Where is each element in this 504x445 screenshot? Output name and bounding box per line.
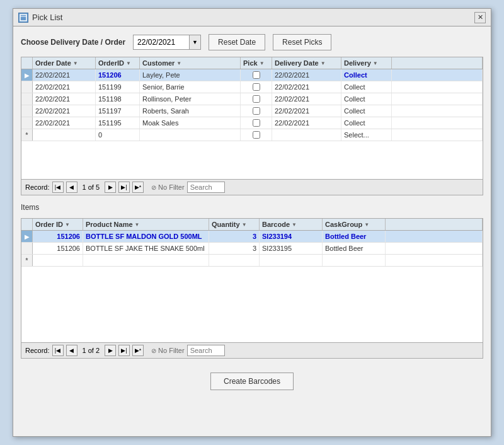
table-row[interactable]: 22/02/2021 151198 Rollinson, Peter 22/02… — [21, 93, 483, 105]
delivery-cell: Collect — [341, 117, 392, 129]
pick-sort-icon: ▼ — [260, 61, 265, 66]
nav-info: 1 of 5 — [83, 183, 100, 191]
pick-checkbox[interactable] — [253, 107, 260, 115]
row-indicator-header — [21, 57, 33, 69]
toolbar: Choose Delivery Date / Order ▼ Reset Dat… — [21, 34, 483, 50]
orders-table-header: Order Date ▼ OrderID ▼ Customer ▼ Pick ▼… — [21, 57, 483, 69]
title-bar-left: Pick List — [18, 13, 62, 23]
create-barcodes-button[interactable]: Create Barcodes — [210, 373, 294, 390]
items-nav-prev-btn[interactable]: ◀ — [66, 345, 77, 356]
items-product-name-header: Product Name ▼ — [83, 219, 209, 230]
items-row-indicator — [21, 243, 33, 254]
items-caskgroup-header: CaskGroup ▼ — [323, 219, 386, 230]
new-customer-cell — [140, 129, 241, 141]
pick-cell[interactable] — [241, 93, 272, 105]
items-quantity-cell: 3 — [209, 231, 260, 242]
items-search-input[interactable] — [187, 345, 225, 356]
new-pick-checkbox[interactable] — [253, 131, 260, 139]
date-picker[interactable]: ▼ — [133, 35, 201, 50]
list-item[interactable]: ▶ 151206 BOTTLE SF MALDON GOLD 500ML 3 S… — [21, 231, 483, 243]
record-label: Record: — [25, 183, 50, 191]
pick-checkbox[interactable] — [253, 83, 260, 91]
pick-cell[interactable] — [241, 81, 272, 93]
pick-checkbox[interactable] — [253, 95, 260, 103]
items-no-filter-indicator: ⊘ No Filter — [151, 347, 185, 354]
reset-picks-button[interactable]: Reset Picks — [273, 34, 331, 50]
pick-cell[interactable] — [241, 69, 272, 81]
delivery-date-cell: 22/02/2021 — [272, 117, 341, 129]
items-table-header: Order ID ▼ Product Name ▼ Quantity ▼ Bar… — [21, 219, 483, 231]
row-indicator — [21, 105, 33, 117]
customer-header: Customer ▼ — [140, 57, 241, 69]
items-nav-new-btn[interactable]: ▶* — [132, 345, 144, 356]
delivery-cell: Collect — [341, 105, 392, 117]
date-input[interactable] — [133, 35, 190, 50]
pick-checkbox[interactable] — [253, 71, 260, 79]
delivery-date-header: Delivery Date ▼ — [272, 57, 341, 69]
nav-next-btn[interactable]: ▶ — [105, 182, 116, 193]
extra-cell — [392, 69, 483, 81]
orders-extra-header — [392, 57, 483, 69]
pick-cell[interactable] — [241, 117, 272, 129]
table-row[interactable]: ▶ 22/02/2021 151206 Layley, Pete 22/02/2… — [21, 69, 483, 81]
order-date-cell: 22/02/2021 — [33, 93, 96, 105]
table-row[interactable]: 22/02/2021 151199 Senior, Barrie 22/02/2… — [21, 81, 483, 93]
new-row[interactable]: * 0 Select... — [21, 129, 483, 141]
order-id-cell: 151198 — [96, 93, 140, 105]
items-extra-cell — [386, 243, 483, 254]
items-extra-header — [386, 219, 483, 230]
items-nav-last-btn[interactable]: ▶| — [118, 345, 130, 356]
items-quantity-sort-icon: ▼ — [242, 222, 247, 228]
extra-cell — [392, 117, 483, 129]
new-item-indicator: * — [21, 255, 33, 266]
items-product-name-sort-icon: ▼ — [135, 222, 140, 228]
orders-table-body: ▶ 22/02/2021 151206 Layley, Pete 22/02/2… — [21, 69, 483, 179]
new-extra-cell — [392, 129, 483, 141]
pick-checkbox[interactable] — [253, 119, 260, 127]
order-id-cell: 151195 — [96, 117, 140, 129]
delivery-date-cell: 22/02/2021 — [272, 69, 341, 81]
items-nav-first-btn[interactable]: |◀ — [52, 345, 64, 356]
table-row[interactable]: 22/02/2021 151195 Moak Sales 22/02/2021 … — [21, 117, 483, 129]
items-quantity-cell: 3 — [209, 243, 260, 254]
nav-new-btn[interactable]: ▶* — [132, 182, 144, 193]
nav-first-btn[interactable]: |◀ — [52, 182, 64, 193]
delivery-sort-icon: ▼ — [373, 61, 378, 66]
list-item[interactable]: 151206 BOTTLE SF JAKE THE SNAKE 500ml 3 … — [21, 243, 483, 255]
order-id-cell: 151197 — [96, 105, 140, 117]
window-icon — [18, 13, 28, 23]
items-row-indicator-header — [21, 219, 33, 230]
close-button[interactable]: ✕ — [474, 12, 486, 23]
pick-header: Pick ▼ — [241, 57, 272, 69]
orders-nav-bar: Record: |◀ ◀ 1 of 5 ▶ ▶| ▶* ⊘ No Filter — [21, 179, 483, 195]
nav-prev-btn[interactable]: ◀ — [66, 182, 77, 193]
table-row[interactable]: 22/02/2021 151197 Roberts, Sarah 22/02/2… — [21, 105, 483, 117]
new-pick-cell[interactable] — [241, 129, 272, 141]
orders-empty-space — [21, 141, 483, 179]
delivery-date-cell: 22/02/2021 — [272, 93, 341, 105]
order-id-sort-icon: ▼ — [126, 61, 131, 66]
row-indicator — [21, 93, 33, 105]
items-table-body: ▶ 151206 BOTTLE SF MALDON GOLD 500ML 3 S… — [21, 231, 483, 342]
pick-cell[interactable] — [241, 105, 272, 117]
items-order-id-header: Order ID ▼ — [33, 219, 83, 230]
order-date-header: Order Date ▼ — [33, 57, 96, 69]
items-product-name-cell: BOTTLE SF JAKE THE SNAKE 500ml — [83, 243, 209, 254]
title-bar: Pick List ✕ — [13, 9, 491, 26]
items-order-id-sort-icon: ▼ — [65, 222, 70, 228]
items-row-indicator: ▶ — [21, 231, 33, 242]
customer-cell: Layley, Pete — [140, 69, 241, 81]
new-item-quantity-cell — [209, 255, 260, 266]
items-order-id-cell: 151206 — [33, 243, 83, 254]
items-nav-next-btn[interactable]: ▶ — [105, 345, 116, 356]
orders-search-input[interactable] — [187, 182, 225, 193]
filter-icon: ⊘ — [151, 184, 156, 191]
new-item-extra-cell — [386, 255, 483, 266]
orders-table: Order Date ▼ OrderID ▼ Customer ▼ Pick ▼… — [21, 57, 483, 195]
nav-last-btn[interactable]: ▶| — [118, 182, 130, 193]
date-dropdown-btn[interactable]: ▼ — [190, 35, 201, 50]
items-extra-cell — [386, 231, 483, 242]
reset-date-button[interactable]: Reset Date — [209, 34, 265, 50]
new-item-row[interactable]: * — [21, 255, 483, 267]
delivery-cell: Collect — [341, 69, 392, 81]
